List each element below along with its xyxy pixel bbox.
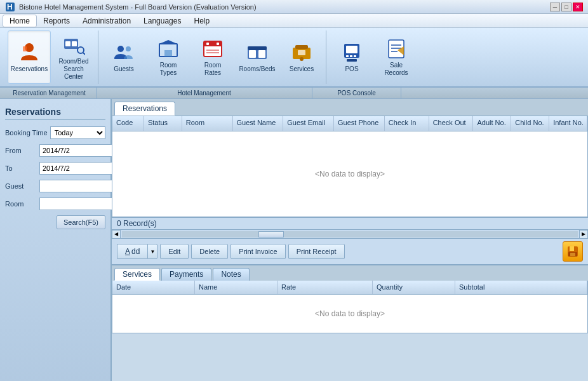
delete-button[interactable]: Delete	[191, 244, 228, 259]
scroll-left-arrow[interactable]: ◀	[112, 230, 121, 239]
horizontal-scrollbar[interactable]: ◀ ▶	[112, 229, 588, 238]
room-rates-icon	[201, 37, 224, 60]
col-guest-email: Guest Email	[283, 116, 334, 131]
menu-languages[interactable]: Languages	[137, 15, 187, 27]
svg-rect-16	[217, 43, 219, 45]
btab-notes[interactable]: Notes	[213, 268, 249, 281]
edit-button[interactable]: Edit	[160, 244, 189, 259]
guests-icon	[112, 41, 135, 64]
add-button[interactable]: Add	[117, 244, 147, 259]
guests-label: Guests	[114, 65, 134, 73]
toolbar-btn-pos[interactable]: POS	[330, 30, 373, 84]
sale-records-icon	[385, 37, 408, 60]
col-status: Status	[144, 116, 182, 131]
toolbar-btn-room-bed-search[interactable]: Room/BedSearch Center	[52, 30, 95, 84]
svg-point-25	[300, 57, 304, 61]
toolbar-section-reservation: Reservations Room/BedSearch Center	[5, 30, 98, 84]
toolbar-btn-reservations[interactable]: Reservations	[8, 30, 51, 84]
toolbar-btn-room-types[interactable]: RoomTypes	[147, 30, 190, 84]
toolbar-section-hotel: Guests RoomTypes	[100, 30, 326, 84]
svg-point-9	[117, 46, 124, 52]
svg-rect-32	[347, 59, 357, 62]
bcol-name: Name	[195, 281, 277, 294]
menu-help[interactable]: Help	[187, 15, 216, 27]
bottom-grid-header: Date Name Rate Quantity Subtotal	[112, 281, 587, 295]
scroll-thumb[interactable]	[258, 231, 284, 237]
add-label-rest: dd	[131, 247, 140, 256]
toolbar-btn-guests[interactable]: Guests	[102, 30, 145, 84]
menu-reports[interactable]: Reports	[37, 15, 76, 27]
scroll-right-arrow[interactable]: ▶	[579, 230, 588, 239]
add-btn-group: Add ▼	[117, 244, 157, 259]
col-code: Code	[112, 116, 144, 131]
room-label: Room	[5, 200, 37, 208]
toolbar-btn-room-rates[interactable]: RoomRates	[191, 30, 234, 84]
main-data-grid: Code Status Room Guest Name Guest Email …	[112, 116, 588, 217]
svg-rect-29	[346, 55, 349, 57]
to-label: To	[5, 164, 37, 172]
svg-point-10	[126, 46, 131, 51]
left-panel: Reservations Booking Time Today This Wee…	[0, 99, 112, 381]
reservations-label: Reservations	[11, 65, 48, 73]
to-row: To ▼	[5, 162, 105, 175]
action-bar: Add ▼ Edit Delete Print Invoice Print Re…	[112, 238, 588, 264]
bottom-data-grid: Date Name Rate Quantity Subtotal <No dat…	[112, 281, 588, 333]
rooms-beds-label: Rooms/Beds	[239, 65, 275, 73]
bottom-section: Services Payments Notes Date Name Rate Q…	[112, 264, 588, 333]
print-receipt-button[interactable]: Print Receipt	[288, 244, 345, 259]
col-infant-no: Infant No.	[549, 116, 587, 131]
svg-rect-30	[350, 55, 352, 57]
title-bar: H Bistone Hotel Management System - Full…	[0, 0, 588, 14]
tab-reservations[interactable]: Reservations	[114, 102, 175, 116]
services-label: Services	[290, 65, 314, 73]
maximize-button[interactable]: □	[561, 3, 571, 11]
from-label: From	[5, 147, 37, 154]
add-dropdown-arrow[interactable]: ▼	[147, 244, 157, 259]
close-button[interactable]: ✕	[573, 3, 583, 11]
print-invoice-button[interactable]: Print Invoice	[231, 244, 286, 259]
svg-rect-39	[570, 246, 574, 251]
toolbar-btn-services[interactable]: Services	[280, 30, 323, 84]
btab-services[interactable]: Services	[114, 268, 160, 281]
title-bar-text: Bistone Hotel Management System - Full B…	[19, 3, 257, 11]
bcol-quantity: Quantity	[373, 281, 455, 294]
pos-label: POS	[345, 65, 358, 73]
window-controls: ─ □ ✕	[550, 3, 583, 11]
app-icon: H	[5, 2, 15, 12]
svg-rect-41	[570, 253, 575, 256]
menu-administration[interactable]: Administration	[76, 15, 137, 27]
booking-time-select[interactable]: Today This Week This Month	[50, 126, 105, 139]
booking-time-row: Booking Time Today This Week This Month	[5, 126, 105, 139]
btab-payments[interactable]: Payments	[161, 268, 211, 281]
toolbar: Reservations Room/BedSearch Center	[0, 28, 588, 88]
svg-rect-5	[65, 41, 70, 46]
toolbar-btn-sale-records[interactable]: SaleRecords	[375, 30, 418, 84]
menu-home[interactable]: Home	[3, 15, 37, 27]
panel-title: Reservations	[5, 104, 105, 120]
room-bed-search-label: Room/BedSearch Center	[54, 58, 93, 81]
svg-rect-26	[298, 50, 305, 55]
svg-line-8	[83, 53, 85, 55]
guest-row: Guest	[5, 180, 105, 192]
room-row: Room	[5, 197, 105, 210]
records-count: 0 Record(s)	[117, 219, 157, 228]
add-underline-a: A	[125, 247, 130, 256]
right-content: Reservations Code Status Room Guest Name…	[112, 99, 588, 381]
room-types-icon	[157, 37, 180, 60]
minimize-button[interactable]: ─	[550, 3, 560, 11]
col-child-no: Child No.	[511, 116, 549, 131]
svg-point-7	[77, 47, 84, 53]
services-icon	[290, 41, 313, 64]
search-button[interactable]: Search(F5)	[57, 215, 105, 229]
from-row: From ▼	[5, 144, 105, 157]
svg-rect-22	[248, 46, 267, 50]
records-bar: 0 Record(s)	[112, 217, 588, 229]
scroll-track[interactable]	[122, 231, 578, 237]
svg-text:H: H	[7, 3, 13, 11]
svg-rect-28	[346, 46, 357, 53]
save-button[interactable]	[563, 241, 583, 262]
col-room: Room	[182, 116, 233, 131]
svg-rect-15	[206, 43, 209, 45]
svg-rect-6	[72, 41, 77, 46]
toolbar-btn-rooms-beds[interactable]: Rooms/Beds	[236, 30, 279, 84]
